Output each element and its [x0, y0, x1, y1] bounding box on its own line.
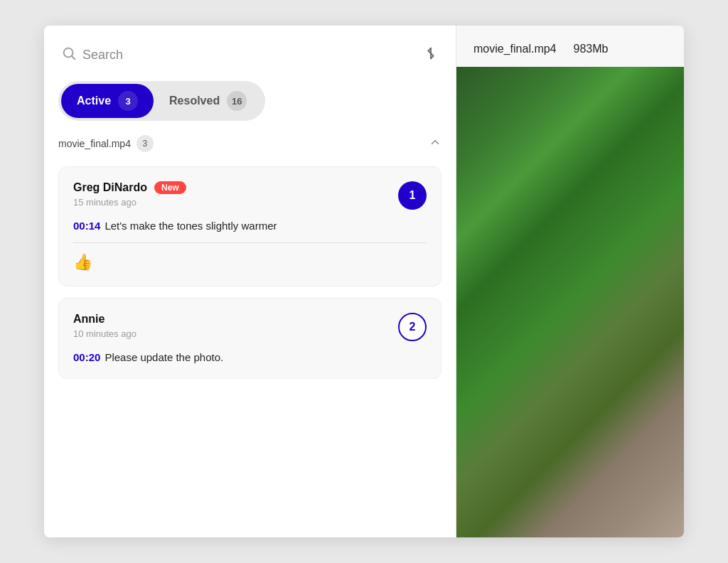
comment-body-2: 00:20Please update the photo.	[73, 351, 427, 364]
search-placeholder: Search	[82, 48, 123, 63]
comment-timestamp-2[interactable]: 00:20	[73, 351, 100, 363]
comment-header-1: Greg DiNardo New 15 minutes ago 1	[73, 181, 427, 210]
comment-text-2: 00:20Please update the photo.	[73, 351, 223, 363]
search-bar: Search	[58, 40, 441, 70]
tab-resolved-badge: 16	[227, 91, 247, 111]
comment-new-badge-1: New	[154, 181, 186, 194]
right-header: movie_final.mp4 983Mb	[456, 26, 684, 67]
comment-time-1: 15 minutes ago	[73, 197, 186, 208]
search-left: Search	[61, 45, 123, 64]
comment-author-name-1: Greg DiNardo	[73, 181, 147, 194]
app-container: Search Active 3 Resolved 16	[44, 26, 684, 537]
comment-header-2: Annie 10 minutes ago 2	[73, 313, 427, 341]
right-preview	[456, 67, 684, 537]
comment-author-section-1: Greg DiNardo New 15 minutes ago	[73, 181, 186, 208]
comment-divider-1	[73, 242, 427, 243]
tab-active-badge: 3	[118, 91, 138, 111]
left-panel: Search Active 3 Resolved 16	[44, 26, 456, 537]
tab-resolved[interactable]: Resolved 16	[154, 84, 262, 118]
comment-actions-1: 👍	[73, 253, 427, 272]
comment-text-1: 00:14Let's make the tones slightly warme…	[73, 220, 277, 232]
comment-card-1: Greg DiNardo New 15 minutes ago 1 00:14L…	[58, 166, 441, 286]
preview-image	[456, 67, 684, 537]
comment-author-section-2: Annie 10 minutes ago	[73, 313, 136, 339]
comment-time-2: 10 minutes ago	[73, 328, 136, 339]
comment-timestamp-1[interactable]: 00:14	[73, 220, 100, 232]
comment-author-name-2: Annie	[73, 313, 105, 326]
tab-active[interactable]: Active 3	[61, 84, 154, 118]
right-filesize: 983Mb	[574, 43, 609, 55]
tab-resolved-label: Resolved	[169, 95, 220, 107]
comment-number-2[interactable]: 2	[398, 313, 427, 341]
right-filename: movie_final.mp4	[473, 43, 557, 55]
svg-line-1	[72, 56, 75, 59]
sort-icon[interactable]	[423, 45, 439, 64]
comment-author-row-2: Annie	[73, 313, 136, 326]
file-group-header: movie_final.mp4 3	[58, 132, 441, 155]
file-group-title: movie_final.mp4 3	[58, 135, 154, 152]
tab-toggle: Active 3 Resolved 16	[58, 81, 265, 121]
right-panel: movie_final.mp4 983Mb	[456, 26, 684, 537]
tab-active-label: Active	[77, 95, 111, 107]
comment-card-2: Annie 10 minutes ago 2 00:20Please updat…	[58, 298, 441, 379]
search-icon	[61, 45, 77, 64]
chevron-up-icon[interactable]	[429, 136, 441, 151]
file-group-name: movie_final.mp4	[58, 138, 131, 149]
comment-body-1: 00:14Let's make the tones slightly warme…	[73, 220, 427, 232]
like-icon-1[interactable]: 👍	[73, 253, 92, 272]
file-group-count: 3	[136, 135, 154, 152]
comment-author-row-1: Greg DiNardo New	[73, 181, 186, 194]
comment-number-1[interactable]: 1	[398, 181, 427, 210]
